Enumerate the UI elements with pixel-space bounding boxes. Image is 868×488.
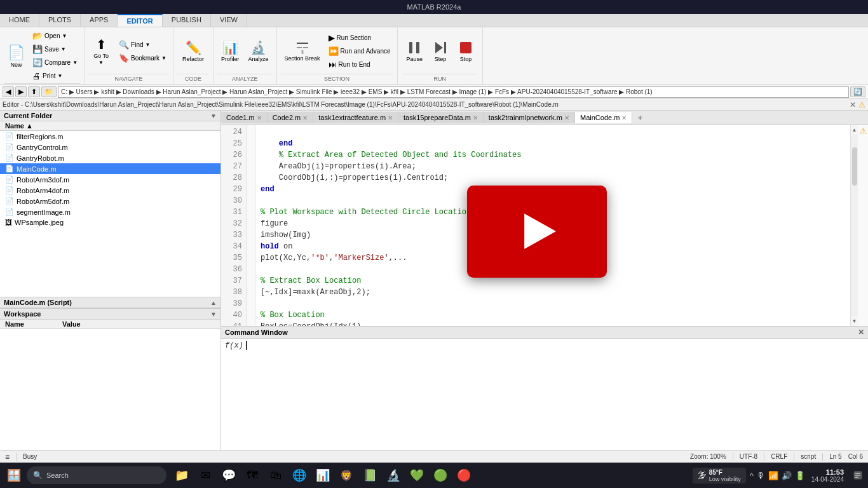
- tab-home[interactable]: HOME: [0, 14, 39, 27]
- address-up-btn[interactable]: ⬆: [28, 86, 40, 97]
- taskbar-search[interactable]: 🔍 Search: [27, 466, 166, 484]
- start-button[interactable]: 🪟: [3, 464, 25, 487]
- svg-rect-12: [855, 477, 858, 478]
- taskbar-app-mail[interactable]: ✉: [194, 464, 217, 487]
- tray-volume-icon[interactable]: 🔊: [782, 471, 792, 480]
- address-refresh-btn[interactable]: 🔄: [850, 86, 865, 97]
- tab-code2[interactable]: Code2.m ✕: [268, 112, 314, 123]
- tab-code1-close[interactable]: ✕: [257, 114, 262, 121]
- tab-publish[interactable]: PUBLISH: [163, 14, 211, 27]
- tab-editor[interactable]: EDITOR: [118, 14, 162, 27]
- taskbar-app-teams[interactable]: 💬: [217, 464, 240, 487]
- list-item[interactable]: 📄 GantryControl.m: [0, 142, 220, 152]
- section-break-button[interactable]: § Section Break: [281, 39, 324, 64]
- file-icon: 📄: [5, 154, 14, 162]
- run-to-end-button[interactable]: ⏭ Run to End: [326, 58, 393, 71]
- run-section-button[interactable]: ▶ Run Section: [326, 32, 393, 44]
- taskbar-app-whatsapp[interactable]: 💚: [405, 464, 428, 487]
- list-item-selected[interactable]: 📄 MainCode.m: [0, 163, 220, 174]
- taskbar-app-green[interactable]: 🟢: [429, 464, 452, 487]
- clock[interactable]: 11:53 14-04-2024: [809, 468, 846, 483]
- tab-view[interactable]: VIEW: [211, 14, 247, 27]
- open-button[interactable]: 📂 Open ▼: [30, 30, 80, 42]
- folder-header-toggle[interactable]: ▼: [210, 112, 217, 119]
- tray-battery-icon[interactable]: 🔋: [795, 471, 805, 480]
- cmd-content[interactable]: f(x): [221, 339, 868, 450]
- taskbar-app-files[interactable]: 📁: [170, 464, 193, 487]
- tab-maincode-close[interactable]: ✕: [621, 114, 627, 121]
- pause-button[interactable]: Pause: [403, 38, 427, 64]
- tab-task15[interactable]: task15prepareData.m ✕: [398, 112, 484, 123]
- taskbar-app-store[interactable]: 🛍: [264, 464, 287, 487]
- editor-path-bar: Editor - C:\Users\kshit\Downloads\Harun …: [0, 99, 868, 111]
- refactor-button[interactable]: ✏️ Refactor: [177, 38, 209, 64]
- list-item[interactable]: 📄 RobotArm4dof.m: [0, 185, 220, 196]
- goto-button[interactable]: ⬆ Go To ▼: [88, 35, 114, 67]
- tab-code2-close[interactable]: ✕: [302, 114, 308, 121]
- analyze-button[interactable]: 🔬 Analyze: [245, 38, 273, 64]
- print-button[interactable]: 🖨 Print ▼: [30, 70, 80, 82]
- list-item[interactable]: 📄 RobotArm3dof.m: [0, 174, 220, 185]
- compare-button[interactable]: 🔄 Compare ▼: [30, 57, 80, 69]
- weather-widget[interactable]: 🌫 85°F Low visibility: [693, 468, 746, 484]
- svg-marker-6: [435, 42, 443, 53]
- tab-plots[interactable]: PLOTS: [39, 14, 81, 27]
- status-sep4: [794, 453, 794, 461]
- taskbar-app-maps[interactable]: 🗺: [241, 464, 264, 487]
- ribbon-group-run: Pause Step Stop RUN: [398, 27, 484, 85]
- scroll-track[interactable]: [851, 135, 858, 316]
- tab-task1-close[interactable]: ✕: [388, 114, 393, 121]
- play-button-icon[interactable]: [524, 214, 556, 249]
- list-item[interactable]: 📄 segmentImage.m: [0, 207, 220, 217]
- step-button[interactable]: Step: [429, 38, 452, 64]
- tab-task15-close[interactable]: ✕: [473, 114, 478, 121]
- stop-button[interactable]: Stop: [454, 38, 477, 64]
- taskbar-app-sheets[interactable]: 📊: [311, 464, 334, 487]
- section-group-label: SECTION: [281, 74, 393, 82]
- tray-mic-icon[interactable]: 🎙: [757, 471, 765, 480]
- address-back-btn[interactable]: ◀: [3, 86, 14, 97]
- editor-path-text: Editor - C:\Users\kshit\Downloads\Harun …: [3, 101, 559, 108]
- profiler-button[interactable]: 📊 Profiler: [217, 38, 243, 64]
- status-menu-icon[interactable]: ≡: [5, 452, 10, 461]
- list-item[interactable]: 📄 filterRegions.m: [0, 131, 220, 142]
- analyze-group-label: ANALYZE: [217, 74, 273, 82]
- taskbar-app-red[interactable]: 🔴: [452, 464, 475, 487]
- taskbar-app-excel[interactable]: 📗: [358, 464, 381, 487]
- tab-add-button[interactable]: +: [632, 111, 648, 125]
- tray-wifi-icon[interactable]: 📶: [768, 471, 778, 480]
- taskbar-app-brave[interactable]: 🦁: [335, 464, 358, 487]
- tab-task2[interactable]: task2trainmlpnetwork.m ✕: [484, 112, 575, 123]
- list-item[interactable]: 📄 GantryRobot.m: [0, 152, 220, 163]
- right-scrollbar[interactable]: ▲ ▼: [850, 125, 858, 326]
- workspace-toggle[interactable]: ▼: [210, 311, 217, 318]
- new-button[interactable]: 📄 New: [4, 43, 29, 70]
- taskbar-app-edge[interactable]: 🌐: [288, 464, 311, 487]
- save-button[interactable]: 💾 Save ▼: [30, 43, 80, 55]
- list-item[interactable]: 🖼 WPsample.jpeg: [0, 217, 220, 227]
- tab-code1[interactable]: Code1.m ✕: [221, 112, 268, 123]
- taskbar-apps: 📁 ✉ 💬 🗺 🛍 🌐 📊 🦁 📗 🔬 💚 🟢 🔴: [170, 464, 475, 487]
- tray-chevron-icon[interactable]: ^: [750, 471, 754, 480]
- run-advance-button[interactable]: ⏩ Run and Advance: [326, 45, 393, 57]
- notification-icon[interactable]: [850, 468, 865, 483]
- file-col-name[interactable]: Name ▲: [5, 122, 215, 130]
- file-name: filterRegions.m: [17, 133, 63, 140]
- video-overlay[interactable]: [467, 186, 607, 278]
- cmd-header-close[interactable]: ✕: [858, 328, 864, 337]
- address-path-display[interactable]: C: ▶ Users ▶ kshit ▶ Downloads ▶ Harun A…: [58, 86, 849, 98]
- tab-maincode[interactable]: MainCode.m ✕: [575, 112, 632, 123]
- tab-apps[interactable]: APPS: [81, 14, 118, 27]
- editor-path-close[interactable]: ✕: [850, 100, 856, 109]
- address-forward-btn[interactable]: ▶: [15, 86, 27, 97]
- run-to-end-label: Run to End: [339, 61, 370, 68]
- taskbar-app-matlab[interactable]: 🔬: [382, 464, 405, 487]
- tab-task1[interactable]: task1extractfeature.m ✕: [313, 112, 398, 123]
- address-browse-btn[interactable]: 📁: [41, 86, 57, 97]
- tab-task2-close[interactable]: ✕: [564, 114, 569, 121]
- find-button[interactable]: 🔍 Find ▼: [116, 39, 169, 51]
- bookmark-button[interactable]: 🔖 Bookmark ▼: [116, 52, 169, 64]
- list-item[interactable]: 📄 RobotArm5dof.m: [0, 196, 220, 207]
- script-header-toggle[interactable]: ▲: [210, 299, 217, 306]
- scroll-thumb[interactable]: [852, 147, 857, 186]
